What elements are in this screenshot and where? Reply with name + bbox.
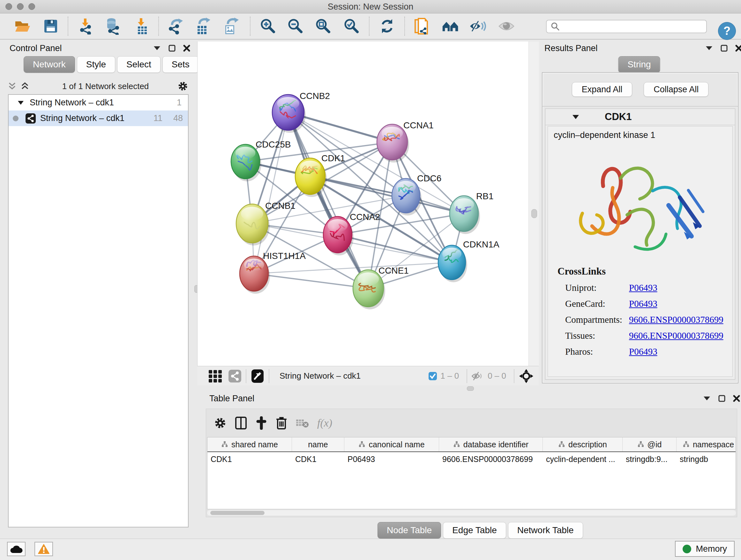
results-tab-string[interactable]: String [618, 56, 660, 73]
column-header-shared-name[interactable]: shared name [207, 437, 292, 451]
memory-button[interactable]: Memory [675, 541, 735, 557]
welcome-screen-button[interactable] [442, 17, 460, 35]
control-tab-network[interactable]: Network [23, 56, 75, 73]
network-tree: String Network – cdk1 1 String Network –… [8, 94, 189, 527]
zoom-in-button[interactable] [259, 17, 277, 35]
refresh-view-button[interactable] [378, 17, 396, 35]
table-cell[interactable]: CDK1 [292, 452, 344, 466]
network-node-CDKN1A[interactable] [438, 245, 467, 282]
column-header-description[interactable]: description [543, 437, 623, 451]
table-cell[interactable]: 9606.ENSP00000378699 [439, 452, 543, 466]
warning-status-button[interactable] [35, 542, 53, 556]
network-graph[interactable]: CCNB2CCNA1CDC25BCDK1CDC6RB1CCNB1CCNA2CDK… [198, 42, 529, 366]
close-panel-icon[interactable] [733, 395, 740, 402]
table-row[interactable]: CDK1CDK1P064939606.ENSP00000378699cyclin… [207, 452, 736, 466]
float-panel-icon[interactable] [169, 45, 176, 52]
network-node-CCNE1[interactable] [353, 270, 385, 309]
collapse-all-button[interactable]: Collapse All [644, 82, 709, 97]
table-cell[interactable]: cyclin-dependent ... [543, 452, 623, 466]
canvas-splitter-handle[interactable] [531, 209, 537, 218]
zoom-out-button[interactable] [286, 17, 305, 35]
crosslink-link[interactable]: 9606.ENSP00000378699 [629, 330, 724, 341]
table-cell[interactable]: stringdb:9... [623, 452, 677, 466]
network-node-CCNB1[interactable] [236, 204, 270, 246]
show-columns-icon[interactable] [235, 416, 247, 430]
column-header-canonical-name[interactable]: canonical name [344, 437, 439, 451]
network-row[interactable]: String Network – cdk1 11 48 [9, 111, 188, 126]
control-tab-sets[interactable]: Sets [162, 56, 199, 73]
network-options-gear-icon[interactable] [178, 81, 188, 91]
network-view-share-icon[interactable] [228, 370, 241, 382]
table-cell[interactable]: CDK1 [207, 452, 292, 466]
open-session-button[interactable] [13, 17, 31, 35]
export-image-button[interactable] [222, 17, 240, 35]
table-tab-network-table[interactable]: Network Table [508, 522, 583, 539]
table-tab-edge-table[interactable]: Edge Table [443, 522, 506, 539]
collapse-all-networks-icon[interactable] [21, 82, 29, 90]
table-options-gear-icon[interactable] [214, 417, 226, 429]
column-header-namespace[interactable]: namespace [677, 437, 736, 451]
search-input[interactable] [562, 22, 706, 31]
hide-selection-button[interactable] [469, 17, 487, 35]
help-button[interactable]: ? [718, 22, 736, 40]
network-node-RB1[interactable] [450, 196, 480, 234]
function-builder-button[interactable]: f(x) [317, 417, 332, 429]
crosslink-link[interactable]: P06493 [629, 347, 657, 357]
selected-checkbox-icon[interactable] [428, 372, 437, 381]
import-network-file-button[interactable] [77, 17, 95, 35]
column-header-name[interactable]: name [292, 437, 344, 451]
float-panel-icon[interactable] [718, 395, 725, 402]
network-canvas[interactable]: CCNB2CCNA1CDC25BCDK1CDC6RB1CCNB1CCNA2CDK… [197, 42, 529, 366]
control-tab-select[interactable]: Select [117, 56, 160, 73]
network-node-CDC25B[interactable] [231, 144, 261, 181]
control-tab-style[interactable]: Style [77, 56, 115, 73]
expand-all-button[interactable]: Expand All [572, 82, 632, 97]
table-cell[interactable]: stringdb [677, 452, 736, 466]
fit-selected-crosshair-icon[interactable] [519, 369, 534, 383]
import-table-file-button[interactable] [133, 17, 151, 35]
crosslink-link[interactable]: P06493 [629, 299, 657, 309]
table-scrollbar-thumb[interactable] [210, 511, 265, 515]
duplicate-network-button[interactable] [413, 17, 431, 35]
horizontal-splitter-handle[interactable] [467, 386, 474, 391]
birdseye-view-icon[interactable] [251, 369, 264, 383]
export-network-button[interactable] [167, 17, 185, 35]
float-panel-icon[interactable] [721, 45, 728, 52]
network-collection-row[interactable]: String Network – cdk1 1 [9, 95, 188, 111]
table-tab-node-table[interactable]: Node Table [378, 522, 441, 539]
main-toolbar: ? [0, 13, 741, 40]
save-session-button[interactable] [42, 17, 60, 35]
collapse-panel-icon[interactable] [705, 46, 713, 51]
collapse-panel-icon[interactable] [703, 396, 711, 401]
network-node-CDC6[interactable] [392, 179, 421, 215]
create-column-icon[interactable] [255, 416, 267, 430]
network-node-CDK1[interactable] [295, 158, 327, 197]
zoom-selected-button[interactable] [343, 17, 360, 35]
cloud-status-button[interactable] [7, 542, 25, 556]
column-header--id[interactable]: @id [623, 437, 677, 451]
import-network-database-button[interactable] [104, 17, 122, 35]
canvas-scrollbar[interactable] [529, 42, 539, 366]
network-node-CCNA2[interactable] [323, 216, 354, 255]
column-header-database-identifier[interactable]: database identifier [439, 437, 543, 451]
export-table-button[interactable] [194, 17, 212, 35]
collection-expander-icon[interactable] [17, 101, 24, 105]
gene-header[interactable]: CDK1 [545, 109, 735, 125]
gene-expander-icon[interactable] [572, 115, 579, 119]
hidden-eye-icon[interactable] [472, 371, 484, 381]
network-node-HIST1H1A[interactable] [240, 256, 270, 294]
grid-view-icon[interactable] [208, 369, 223, 383]
show-selection-button[interactable] [497, 17, 515, 35]
zoom-fit-button[interactable] [314, 17, 332, 35]
node-table[interactable]: shared namenamecanonical namedatabase id… [207, 437, 736, 509]
close-panel-icon[interactable] [183, 45, 190, 52]
clear-table-icon[interactable] [295, 418, 309, 428]
expand-all-networks-icon[interactable] [8, 82, 16, 90]
delete-column-icon[interactable] [276, 416, 287, 430]
crosslink-link[interactable]: P06493 [629, 283, 657, 293]
collapse-panel-icon[interactable] [153, 46, 161, 51]
close-panel-icon[interactable] [735, 45, 741, 52]
crosslink-link[interactable]: 9606.ENSP00000378699 [629, 314, 724, 325]
table-cell[interactable]: P06493 [344, 452, 439, 466]
table-horizontal-scrollbar[interactable] [207, 510, 736, 516]
